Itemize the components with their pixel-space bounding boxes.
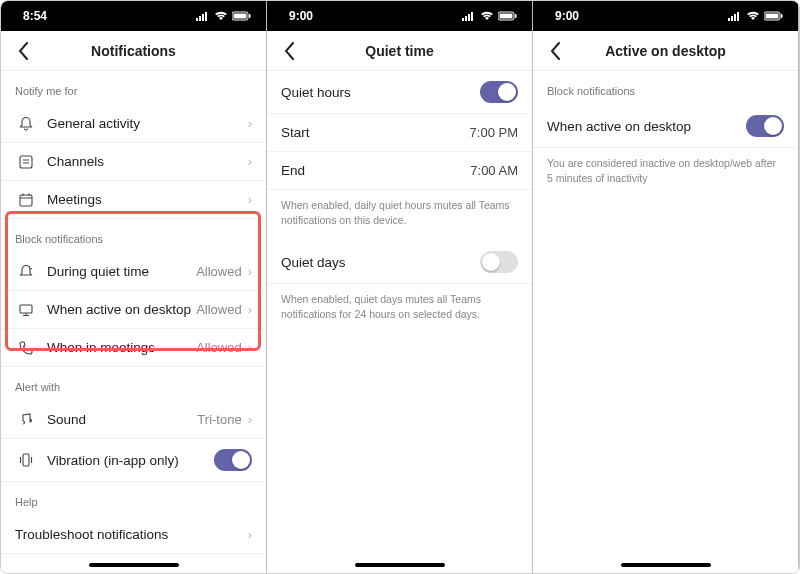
status-time: 9:00 (555, 9, 579, 23)
svg-rect-7 (20, 156, 32, 168)
desktop-icon (15, 302, 37, 318)
svg-rect-25 (500, 14, 513, 19)
svg-rect-10 (20, 195, 32, 206)
row-value: 7:00 PM (470, 125, 518, 140)
svg-rect-29 (734, 14, 736, 21)
svg-rect-26 (515, 14, 517, 18)
quiet-hours-note: When enabled, daily quiet hours mutes al… (267, 190, 532, 241)
svg-rect-23 (471, 12, 473, 21)
row-start[interactable]: Start 7:00 PM (267, 114, 532, 152)
chevron-right-icon: › (248, 116, 252, 131)
status-icons (196, 11, 252, 21)
phone-active-desktop: 9:00 Active on desktop Block notificatio… (533, 1, 799, 573)
chevron-right-icon: › (248, 412, 252, 427)
row-meetings[interactable]: Meetings › (1, 181, 266, 219)
svg-rect-28 (731, 16, 733, 21)
row-label: When in meetings (47, 340, 196, 355)
svg-rect-21 (465, 16, 467, 21)
row-quiet-days: Quiet days (267, 241, 532, 284)
phone-icon (15, 340, 37, 356)
row-value: 7:00 AM (470, 163, 518, 178)
quiet-bell-icon (15, 264, 37, 280)
status-bar: 9:00 (533, 1, 798, 31)
calendar-icon (15, 192, 37, 208)
row-active-desktop[interactable]: When active on desktop Allowed › (1, 291, 266, 329)
section-block: Block notifications (533, 71, 798, 105)
section-block: Block notifications (1, 219, 266, 253)
phone-notifications: 8:54 Notifications Notify me for General… (1, 1, 267, 573)
quiet-hours-toggle[interactable] (480, 81, 518, 103)
svg-rect-30 (737, 12, 739, 21)
row-label: Sound (47, 412, 197, 427)
row-quiet-hours: Quiet hours (267, 71, 532, 114)
page-title: Notifications (91, 43, 176, 59)
navbar: Notifications (1, 31, 266, 71)
row-label: Troubleshoot notifications (15, 527, 248, 542)
row-label: Meetings (47, 192, 248, 207)
row-channels[interactable]: Channels › (1, 143, 266, 181)
svg-rect-22 (468, 14, 470, 21)
row-label: Vibration (in-app only) (47, 453, 214, 468)
chevron-right-icon: › (248, 264, 252, 279)
music-icon (15, 412, 37, 428)
row-quiet-time[interactable]: During quiet time Allowed › (1, 253, 266, 291)
row-label: Quiet days (281, 255, 480, 270)
svg-rect-27 (728, 18, 730, 21)
svg-rect-14 (20, 305, 32, 313)
row-value: Allowed (196, 340, 242, 355)
back-button[interactable] (11, 39, 35, 63)
row-value: Tri-tone (197, 412, 241, 427)
svg-rect-17 (23, 454, 29, 466)
svg-rect-3 (205, 12, 207, 21)
row-general-activity[interactable]: General activity › (1, 105, 266, 143)
status-bar: 8:54 (1, 1, 266, 31)
row-in-meetings[interactable]: When in meetings Allowed › (1, 329, 266, 367)
svg-rect-20 (462, 18, 464, 21)
home-indicator[interactable] (355, 563, 445, 567)
section-notify-me: Notify me for (1, 71, 266, 105)
row-label: General activity (47, 116, 248, 131)
status-time: 9:00 (289, 9, 313, 23)
chevron-right-icon: › (248, 302, 252, 317)
svg-rect-0 (196, 18, 198, 21)
navbar: Active on desktop (533, 31, 798, 71)
row-vibration: Vibration (in-app only) (1, 439, 266, 482)
row-value: Allowed (196, 264, 242, 279)
back-button[interactable] (277, 39, 301, 63)
section-alert: Alert with (1, 367, 266, 401)
page-title: Active on desktop (605, 43, 726, 59)
home-indicator[interactable] (89, 563, 179, 567)
row-end[interactable]: End 7:00 AM (267, 152, 532, 190)
status-icons (728, 11, 784, 21)
status-icons (462, 11, 518, 21)
section-help: Help (1, 482, 266, 516)
chevron-right-icon: › (248, 527, 252, 542)
quiet-days-toggle[interactable] (480, 251, 518, 273)
svg-rect-33 (781, 14, 783, 18)
phone-quiet-time: 9:00 Quiet time Quiet hours Start 7:00 P… (267, 1, 533, 573)
svg-rect-5 (234, 14, 247, 19)
row-active-desktop: When active on desktop (533, 105, 798, 148)
chevron-right-icon: › (248, 192, 252, 207)
back-button[interactable] (543, 39, 567, 63)
quiet-days-note: When enabled, quiet days mutes all Teams… (267, 284, 532, 335)
vibration-toggle[interactable] (214, 449, 252, 471)
home-indicator[interactable] (621, 563, 711, 567)
chevron-right-icon: › (248, 154, 252, 169)
row-label: When active on desktop (47, 302, 196, 317)
channels-icon (15, 154, 37, 170)
status-time: 8:54 (23, 9, 47, 23)
page-title: Quiet time (365, 43, 433, 59)
row-label: When active on desktop (547, 119, 746, 134)
svg-rect-6 (249, 14, 251, 18)
row-label: Channels (47, 154, 248, 169)
row-label: During quiet time (47, 264, 196, 279)
bell-icon (15, 116, 37, 132)
row-troubleshoot[interactable]: Troubleshoot notifications › (1, 516, 266, 554)
vibration-icon (15, 452, 37, 468)
active-desktop-toggle[interactable] (746, 115, 784, 137)
svg-rect-2 (202, 14, 204, 21)
row-value: Allowed (196, 302, 242, 317)
row-sound[interactable]: Sound Tri-tone › (1, 401, 266, 439)
row-label: Quiet hours (281, 85, 480, 100)
